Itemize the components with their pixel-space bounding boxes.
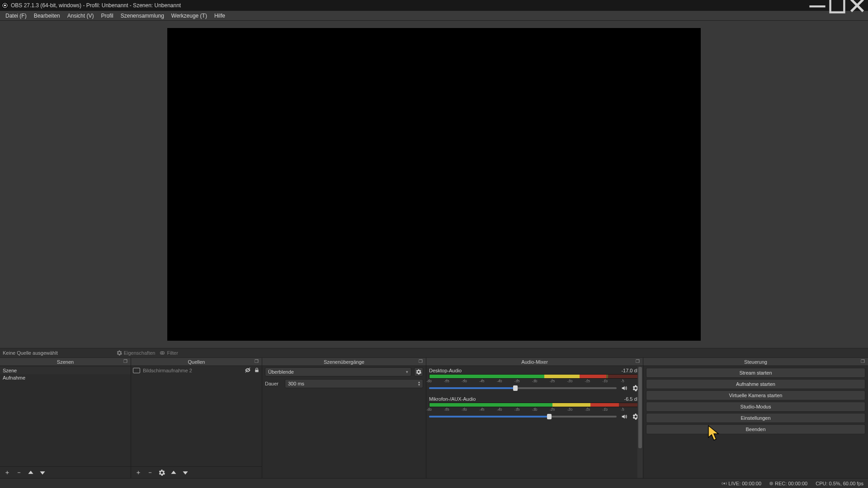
transition-value: Überblende	[268, 369, 294, 375]
maximize-button[interactable]	[827, 0, 847, 11]
menubar: Datei (F) Bearbeiten Ansicht (V) Profil …	[0, 11, 868, 21]
menu-tools[interactable]: Werkzeuge (T)	[168, 12, 211, 20]
visibility-toggle[interactable]	[245, 367, 251, 375]
display-capture-icon	[133, 368, 140, 373]
mixer-scrollbar[interactable]	[637, 366, 643, 478]
transition-select[interactable]: Überblende ▾	[265, 367, 411, 376]
svg-rect-1	[830, 0, 844, 12]
mixer-body: Desktop-Audio-17.0 dB-60-55-50-45-40-35-…	[426, 366, 643, 478]
sources-dock: Quellen ❐ Bildschirmaufnahme 2 ＋ －	[131, 358, 262, 478]
filter-label: Filter	[167, 350, 178, 356]
properties-button[interactable]: Eigenschaften	[117, 350, 156, 356]
source-up-button[interactable]	[170, 469, 177, 476]
add-scene-button[interactable]: ＋	[4, 469, 11, 476]
source-properties-button[interactable]	[158, 469, 165, 476]
sources-footer: ＋ －	[131, 466, 262, 478]
obs-logo-icon	[2, 2, 8, 9]
duration-input[interactable]: 300 ms ▴▾	[285, 379, 423, 388]
sources-list[interactable]: Bildschirmaufnahme 2	[131, 366, 262, 466]
spinner-arrows-icon[interactable]: ▴▾	[418, 381, 420, 386]
source-toolbar: Keine Quelle ausgewählt Eigenschaften Fi…	[0, 348, 868, 358]
mixer-header: Audio-Mixer ❐	[426, 358, 643, 366]
start-virtual-cam-button[interactable]: Virtuelle Kamera starten	[646, 390, 865, 400]
minimize-button[interactable]	[807, 0, 827, 11]
volume-slider[interactable]	[429, 387, 617, 389]
filter-icon	[160, 350, 165, 356]
svg-rect-5	[255, 370, 259, 372]
start-stream-button[interactable]: Stream starten	[646, 368, 865, 378]
mute-button[interactable]	[619, 384, 628, 393]
remove-scene-button[interactable]: －	[15, 469, 23, 476]
chevron-down-icon: ▾	[406, 370, 408, 374]
mixer-title: Audio-Mixer	[521, 359, 548, 365]
popout-icon[interactable]: ❐	[861, 359, 866, 364]
settings-button[interactable]: Einstellungen	[646, 413, 865, 423]
titlebar: OBS 27.1.3 (64-bit, windows) - Profil: U…	[0, 0, 868, 11]
gear-icon	[117, 350, 122, 356]
popout-icon[interactable]: ❐	[636, 359, 641, 364]
popout-icon[interactable]: ❐	[255, 359, 260, 364]
menu-edit[interactable]: Bearbeiten	[30, 12, 64, 20]
scenes-title: Szenen	[57, 359, 74, 365]
scenes-footer: ＋ －	[0, 466, 131, 478]
transitions-dock: Szenenübergänge ❐ Überblende ▾ Dauer 300…	[262, 358, 426, 478]
docks-row: Szenen ❐ Szene Aufnahme ＋ － Quellen ❐ Bi…	[0, 358, 868, 478]
start-recording-button[interactable]: Aufnahme starten	[646, 379, 865, 389]
menu-scene-collection[interactable]: Szenensammlung	[117, 12, 168, 20]
source-down-button[interactable]	[182, 469, 189, 476]
meter-ticks: -60-55-50-45-40-35-30-25-20-15-10-50	[429, 379, 640, 383]
scenes-dock: Szenen ❐ Szene Aufnahme ＋ －	[0, 358, 131, 478]
close-button[interactable]	[847, 0, 867, 11]
rec-time: REC: 00:00:00	[775, 481, 807, 486]
transitions-header: Szenenübergänge ❐	[262, 358, 426, 366]
mute-button[interactable]	[619, 412, 628, 421]
exit-button[interactable]: Beenden	[646, 424, 865, 434]
transition-properties-button[interactable]	[414, 367, 423, 376]
preview-canvas[interactable]	[167, 28, 701, 341]
scene-up-button[interactable]	[27, 469, 34, 476]
popout-icon[interactable]: ❐	[123, 359, 129, 364]
status-cpu: CPU: 0.5%, 60.00 fps	[816, 481, 863, 486]
record-dot-icon	[769, 482, 773, 485]
status-live: LIVE: 00:00:00	[722, 481, 761, 486]
scenes-header: Szenen ❐	[0, 358, 131, 366]
menu-help[interactable]: Hilfe	[211, 12, 229, 20]
menu-view[interactable]: Ansicht (V)	[64, 12, 98, 20]
volume-slider[interactable]	[429, 416, 617, 418]
filter-button[interactable]: Filter	[160, 350, 178, 356]
scenes-list[interactable]: Szene Aufnahme	[0, 366, 131, 466]
scene-item[interactable]: Aufnahme	[0, 374, 131, 381]
statusbar: LIVE: 00:00:00 REC: 00:00:00 CPU: 0.5%, …	[0, 478, 868, 488]
meter-ticks: -60-55-50-45-40-35-30-25-20-15-10-50	[429, 408, 640, 411]
channel-name: Desktop-Audio	[429, 368, 462, 373]
lock-toggle[interactable]	[254, 367, 260, 374]
menu-file[interactable]: Datei (F)	[2, 12, 30, 20]
audio-mixer-dock: Audio-Mixer ❐ Desktop-Audio-17.0 dB-60-5…	[426, 358, 643, 478]
sources-title: Quellen	[188, 359, 205, 365]
source-label: Bildschirmaufnahme 2	[143, 368, 242, 373]
controls-dock: Steuerung ❐ Stream startenAufnahme start…	[643, 358, 868, 478]
source-item[interactable]: Bildschirmaufnahme 2	[131, 366, 262, 375]
duration-value: 300 ms	[288, 381, 304, 386]
remove-source-button[interactable]: －	[146, 469, 154, 476]
controls-header: Steuerung ❐	[643, 358, 868, 366]
scene-down-button[interactable]	[39, 469, 46, 476]
transitions-title: Szenenübergänge	[324, 359, 364, 365]
level-meter	[429, 403, 640, 407]
mixer-channel: Mikrofon-/AUX-Audio-6.5 dB-60-55-50-45-4…	[429, 396, 640, 421]
menu-profile[interactable]: Profil	[97, 12, 117, 20]
mixer-channel: Desktop-Audio-17.0 dB-60-55-50-45-40-35-…	[429, 368, 640, 393]
add-source-button[interactable]: ＋	[135, 469, 142, 476]
transitions-body: Überblende ▾ Dauer 300 ms ▴▾	[262, 366, 426, 478]
studio-mode-button[interactable]: Studio-Modus	[646, 402, 865, 412]
live-time: LIVE: 00:00:00	[728, 481, 761, 486]
gear-icon	[416, 369, 421, 375]
window-title: OBS 27.1.3 (64-bit, windows) - Profil: U…	[11, 2, 807, 9]
svg-point-6	[723, 483, 725, 484]
sources-header: Quellen ❐	[131, 358, 262, 366]
popout-icon[interactable]: ❐	[419, 359, 424, 364]
scene-item[interactable]: Szene	[0, 367, 131, 374]
controls-title: Steuerung	[744, 359, 767, 365]
preview-area	[0, 21, 868, 348]
controls-body: Stream startenAufnahme startenVirtuelle …	[643, 366, 868, 478]
